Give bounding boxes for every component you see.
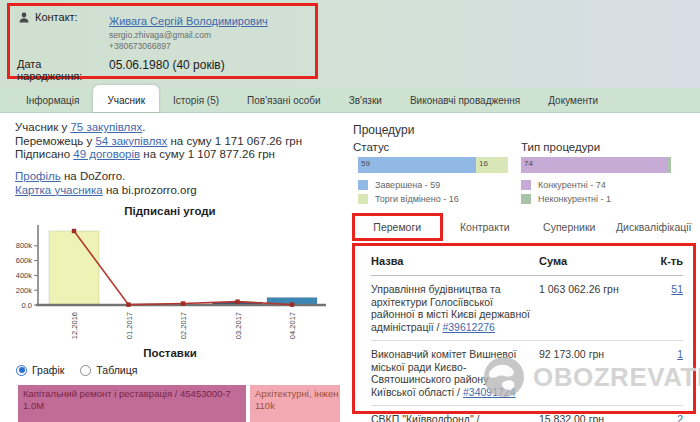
type-stacked-bar: 74 bbox=[521, 157, 671, 173]
treemap-block[interactable]: Архітектурні, інжен110k bbox=[250, 385, 340, 422]
page: Контакт: Живага Сергій Володимирович ser… bbox=[0, 0, 700, 422]
svg-text:600k: 600k bbox=[16, 256, 33, 265]
row-count: 51 bbox=[647, 283, 683, 333]
dob-label: Дата народження: bbox=[17, 58, 109, 82]
tab-zvyazky[interactable]: Зв'язки bbox=[335, 88, 396, 112]
contact-label-group: Контакт: bbox=[17, 11, 109, 51]
results-tabbar: Перемоги Контракти Суперники Дискваліфік… bbox=[352, 213, 696, 241]
row-sum: 1 063 062.26 грн bbox=[539, 283, 647, 333]
radio-chart-icon[interactable] bbox=[16, 365, 27, 376]
svg-text:0.0: 0.0 bbox=[22, 301, 32, 310]
row-count-link[interactable]: 1 bbox=[677, 348, 683, 360]
contact-name-link[interactable]: Живага Сергій Володимирович bbox=[109, 15, 268, 27]
participant-stats: Учасник у 75 закупівлях. Переможець у 54… bbox=[15, 121, 302, 162]
participant-card-link[interactable]: Картка учасника bbox=[15, 184, 103, 196]
bar-segment: 59 bbox=[358, 157, 476, 173]
results-tab-dyskvalifikatsiyi[interactable]: Дискваліфікації bbox=[612, 213, 697, 241]
results-tab-peremohy[interactable]: Перемоги bbox=[352, 213, 443, 241]
buyer-edrpou-link[interactable]: #34091724 bbox=[463, 386, 516, 398]
contact-label: Контакт: bbox=[35, 11, 78, 23]
purchases-count-link[interactable]: 75 закупівлях bbox=[70, 121, 142, 133]
legend-swatch bbox=[358, 194, 368, 204]
supplies-treemap: Капітальний ремонт і реставрація / 45453… bbox=[18, 385, 340, 422]
radio-table-label: Таблиця bbox=[96, 364, 137, 376]
procedure-type-label: Тип процедури bbox=[521, 141, 600, 153]
tab-vykonavchi[interactable]: Виконавчі провадження bbox=[396, 88, 534, 112]
contact-email: sergio.zhivaga@gmail.com bbox=[109, 30, 268, 40]
legend-label: Торги відмінено - 16 bbox=[375, 194, 459, 204]
signed-agreements-title: Підписані угоди bbox=[0, 205, 340, 217]
radio-chart-label: Графік bbox=[32, 364, 64, 376]
status-stacked-bar: 5916 bbox=[358, 157, 508, 173]
legend-label: Конкурентні - 74 bbox=[538, 180, 606, 190]
wins-table: Назва Сума К-ть Управління будівництва т… bbox=[352, 243, 696, 414]
tab-dokumenty[interactable]: Документи bbox=[534, 88, 612, 112]
tab-istoriya[interactable]: Історія (5) bbox=[159, 88, 233, 112]
results-tab-kontrakty[interactable]: Контракти bbox=[443, 213, 528, 241]
bar-segment bbox=[668, 157, 671, 173]
bar-segment: 16 bbox=[476, 157, 508, 173]
treemap-block[interactable]: Капітальний ремонт і реставрація / 45453… bbox=[18, 385, 246, 422]
prozorro-line: Картка учасника на bi.prozorro.org bbox=[15, 184, 197, 198]
type-legend: Конкурентні - 74Неконкурентні - 1 bbox=[521, 180, 611, 208]
row-count-link[interactable]: 51 bbox=[671, 283, 683, 295]
bar-segment: 74 bbox=[521, 157, 668, 173]
tab-povyazani-osoby[interactable]: Пов'язані особи bbox=[233, 88, 335, 112]
table-row: СВКП "Київводфонд" / #37292855 15 832.00… bbox=[371, 406, 683, 422]
supplies-title: Поставки bbox=[0, 347, 340, 359]
wins-table-header: Назва Сума К-ть bbox=[371, 248, 683, 276]
dob-value: 05.06.1980 (40 років) bbox=[109, 58, 225, 82]
svg-text:03.2017: 03.2017 bbox=[234, 312, 243, 339]
row-count: 2 bbox=[647, 413, 683, 422]
status-label: Статус bbox=[353, 141, 389, 153]
person-icon bbox=[19, 12, 29, 23]
svg-text:400k: 400k bbox=[16, 271, 33, 280]
status-legend: Завершена - 59Торги відмінено - 16 bbox=[358, 180, 459, 208]
svg-text:800k: 800k bbox=[16, 241, 33, 250]
legend-item: Торги відмінено - 16 bbox=[358, 194, 459, 204]
legend-label: Завершена - 59 bbox=[375, 180, 440, 190]
header-sum: Сума bbox=[539, 255, 647, 267]
radio-table-icon[interactable] bbox=[80, 365, 91, 376]
legend-swatch bbox=[358, 180, 368, 190]
legend-item: Завершена - 59 bbox=[358, 180, 459, 190]
contact-annotation-box: Контакт: Живага Сергій Володимирович ser… bbox=[7, 3, 318, 79]
radio-table-option[interactable]: Таблиця bbox=[80, 364, 137, 376]
row-sum: 15 832.00 грн bbox=[539, 413, 647, 422]
header-count: К-ть bbox=[647, 255, 683, 267]
row-buyer-name: Виконавчий комітет Вишневої міської ради… bbox=[371, 348, 539, 398]
svg-text:02.2017: 02.2017 bbox=[179, 312, 188, 339]
row-count: 1 bbox=[647, 348, 683, 398]
row-count-link[interactable]: 2 bbox=[677, 413, 683, 422]
tab-uchasnyk[interactable]: Учасник bbox=[93, 85, 159, 112]
row-sum: 92 173.00 грн bbox=[539, 348, 647, 398]
svg-text:200k: 200k bbox=[16, 286, 33, 295]
legend-item: Неконкурентні - 1 bbox=[521, 194, 611, 204]
page-header: Контакт: Живага Сергій Володимирович ser… bbox=[0, 0, 700, 88]
dozorro-profile-link[interactable]: Профіль bbox=[15, 170, 61, 182]
row-buyer-name: СВКП "Київводфонд" / #37292855 bbox=[371, 413, 539, 422]
row-buyer-name: Управління будівництва та архітектури Го… bbox=[371, 283, 539, 333]
main-tabbar: Інформація Учасник Історія (5) Пов'язані… bbox=[0, 88, 700, 113]
header-name: Назва bbox=[371, 255, 539, 267]
buyer-edrpou-link[interactable]: #39612276 bbox=[442, 321, 495, 333]
legend-swatch bbox=[521, 180, 531, 190]
table-row: Управління будівництва та архітектури Го… bbox=[371, 276, 683, 341]
dozorro-line: Профіль на DoZorro. bbox=[15, 170, 197, 184]
supplies-view-switch: Графік Таблиця bbox=[16, 364, 153, 376]
stat-line-contracts: Підписано 49 договорів на суму 1 107 877… bbox=[15, 148, 302, 162]
stat-line-wins: Переможець у 54 закупівлях на суму 1 171… bbox=[15, 135, 302, 149]
profile-links: Профіль на DoZorro. Картка учасника на b… bbox=[15, 170, 197, 197]
radio-chart-option[interactable]: Графік bbox=[16, 364, 64, 376]
wins-count-link[interactable]: 54 закупівлях bbox=[95, 135, 167, 147]
svg-text:04.2017: 04.2017 bbox=[288, 312, 297, 339]
contact-phone: +380673066897 bbox=[109, 41, 268, 51]
svg-text:01.2017: 01.2017 bbox=[125, 312, 134, 339]
svg-text:12.2016: 12.2016 bbox=[70, 312, 79, 339]
procedures-title: Процедури bbox=[353, 123, 414, 137]
tab-informatsiya[interactable]: Інформація bbox=[12, 88, 93, 112]
legend-item: Конкурентні - 74 bbox=[521, 180, 611, 190]
results-tab-supernyky[interactable]: Суперники bbox=[527, 213, 612, 241]
contracts-count-link[interactable]: 49 договорів bbox=[73, 148, 140, 160]
legend-label: Неконкурентні - 1 bbox=[538, 194, 611, 204]
